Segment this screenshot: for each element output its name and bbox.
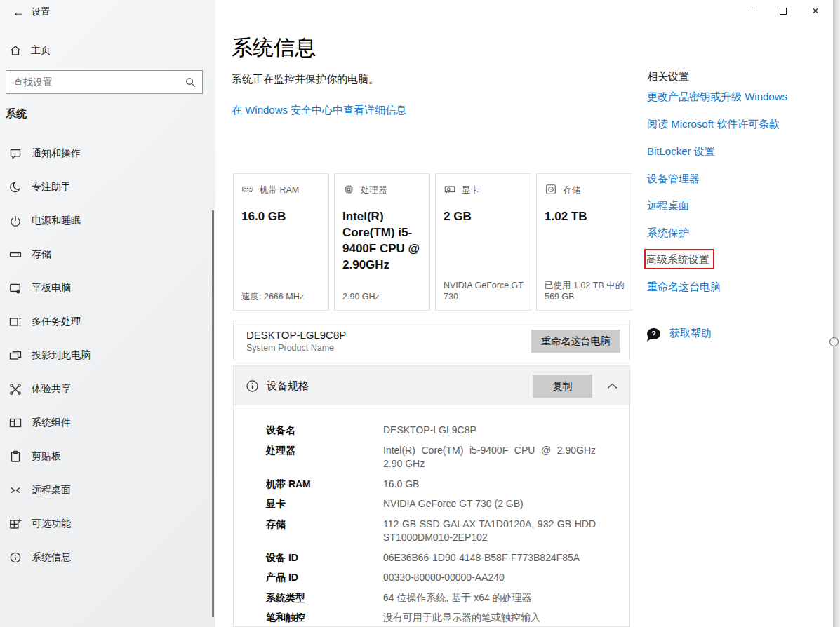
app-title: 设置 [32, 6, 50, 18]
maximize-button[interactable] [767, 0, 799, 22]
sidebar-item-about[interactable]: 系统信息 [0, 541, 213, 574]
card-value: 2 GB [444, 209, 523, 225]
window-controls: × [735, 0, 832, 22]
card-footer: NVIDIA GeForce GT 730 [444, 280, 525, 303]
get-help-link[interactable]: ? 获取帮助 [647, 327, 712, 340]
device-name: DESKTOP-LGL9C8P [246, 329, 346, 341]
info-circle-icon [245, 379, 260, 396]
sidebar-item-label: 主页 [31, 44, 51, 57]
card-gpu: 显卡 2 GB NVIDIA GeForce GT 730 [435, 173, 531, 311]
license-terms-link[interactable]: 阅读 Microsoft 软件许可条款 [647, 118, 780, 131]
sidebar-item-project[interactable]: 投影到此电脑 [0, 339, 213, 372]
device-manager-link[interactable]: 设备管理器 [647, 173, 700, 186]
disk-icon [545, 183, 557, 198]
advanced-system-settings-link[interactable]: 高级系统设置 [646, 253, 709, 267]
components-icon [8, 416, 22, 430]
spec-row: 存储112 GB SSD GALAX TA1D0120A, 932 GB HDD… [266, 518, 629, 545]
search-box[interactable] [6, 70, 203, 94]
tablet-icon [8, 281, 22, 295]
cpu-icon [342, 183, 355, 198]
spec-row: 笔和触控没有可用于此显示器的笔或触控输入 [266, 611, 629, 625]
card-footer: 速度: 2666 MHz [241, 291, 323, 302]
sidebar-nav: 通知和操作 专注助手 电源和睡眠 存储 平板电脑 [0, 137, 213, 574]
close-button[interactable]: × [799, 0, 832, 22]
spec-row: 机带 RAM16.0 GB [266, 478, 629, 492]
sidebar-item-optional-features[interactable]: 可选功能 [0, 507, 213, 541]
spec-row: 处理器Intel(R) Core(TM) i5-9400F CPU @ 2.90… [266, 444, 629, 471]
desktop-edge-strip [833, 0, 840, 627]
spec-row: 系统类型64 位操作系统, 基于 x64 的处理器 [266, 591, 629, 605]
remote-desktop-icon [8, 483, 22, 497]
minimize-icon [747, 11, 755, 11]
card-value: 16.0 GB [241, 209, 321, 225]
home-icon [8, 43, 22, 58]
main-content: × 系统信息 系统正在监控并保护你的电脑。 在 Windows 安全中心中查看详… [215, 0, 832, 627]
sidebar: ← 设置 主页 系统 通知和操作 [0, 0, 215, 627]
sidebar-item-notifications[interactable]: 通知和操作 [0, 137, 213, 170]
help-icon: ? [647, 328, 660, 339]
copy-button[interactable]: 复制 [533, 375, 592, 398]
security-center-link[interactable]: 在 Windows 安全中心中查看详细信息 [232, 104, 406, 117]
sidebar-item-shared-experiences[interactable]: 体验共享 [0, 372, 213, 406]
minimize-button[interactable] [735, 0, 767, 22]
device-spec-table: 设备名DESKTOP-LGL9C8P 处理器Intel(R) Core(TM) … [233, 405, 630, 627]
sidebar-item-clipboard[interactable]: 剪贴板 [0, 440, 213, 473]
card-ram: 机带 RAM 16.0 GB 速度: 2666 MHz [233, 173, 329, 311]
device-spec-expander[interactable]: 设备规格 复制 [233, 365, 630, 405]
sidebar-item-home[interactable]: 主页 [0, 39, 215, 62]
card-cpu: 处理器 Intel(R) Core(TM) i5-9400F CPU @ 2.9… [334, 173, 430, 311]
search-icon[interactable] [185, 76, 196, 88]
grid-plus-icon [8, 517, 22, 531]
page-subtitle: 系统正在监控并保护你的电脑。 [232, 73, 379, 86]
edge-circle-marker [829, 337, 839, 346]
sidebar-item-tablet[interactable]: 平板电脑 [0, 271, 213, 305]
sidebar-item-multitasking[interactable]: 多任务处理 [0, 305, 213, 339]
sidebar-scrollbar[interactable] [212, 210, 214, 617]
red-highlight-box: 高级系统设置 [644, 249, 714, 269]
device-product-name: System Product Name [246, 343, 334, 353]
maximize-icon [780, 8, 787, 15]
card-value: 1.02 TB [545, 209, 624, 225]
card-storage: 存储 1.02 TB 已使用 1.02 TB 中的 569 GB [536, 173, 632, 311]
page-title: 系统信息 [232, 34, 316, 62]
change-product-key-link[interactable]: 更改产品密钥或升级 Windows [647, 90, 787, 104]
share-nodes-icon [8, 382, 22, 396]
ram-icon [241, 183, 254, 198]
gpu-icon [444, 183, 456, 198]
spec-row: 设备 ID06E36B66-1D90-4148-B58F-F773B824F85… [266, 551, 629, 565]
drive-icon [8, 248, 22, 262]
device-spec-title: 设备规格 [267, 379, 309, 393]
sidebar-item-storage[interactable]: 存储 [0, 238, 213, 271]
close-icon: × [812, 6, 818, 17]
sidebar-section-title: 系统 [6, 107, 27, 121]
related-settings-title: 相关设置 [647, 70, 689, 83]
sidebar-item-power-sleep[interactable]: 电源和睡眠 [0, 204, 213, 238]
spec-row: 设备名DESKTOP-LGL9C8P [266, 424, 629, 438]
spec-row: 产品 ID00330-80000-00000-AA240 [266, 571, 629, 585]
rename-pc-button[interactable]: 重命名这台电脑 [531, 330, 620, 353]
notifications-icon [8, 147, 22, 161]
multitask-icon [8, 315, 22, 329]
info-icon [8, 551, 22, 565]
chevron-up-icon[interactable] [606, 380, 618, 393]
rename-pc-link[interactable]: 重命名这台电脑 [647, 281, 721, 294]
moon-icon [8, 180, 22, 194]
spec-cards: 机带 RAM 16.0 GB 速度: 2666 MHz 处理器 Intel(R)… [233, 173, 632, 311]
search-input[interactable] [6, 76, 185, 88]
card-value: Intel(R) Core(TM) i5-9400F CPU @ 2.90GHz [342, 209, 422, 274]
power-icon [8, 214, 22, 228]
spec-row: 显卡NVIDIA GeForce GT 730 (2 GB) [266, 497, 629, 511]
system-protection-link[interactable]: 系统保护 [647, 227, 689, 240]
sidebar-item-remote-desktop[interactable]: 远程桌面 [0, 473, 213, 507]
project-screen-icon [8, 349, 22, 363]
remote-desktop-link[interactable]: 远程桌面 [647, 199, 689, 213]
sidebar-item-system-components[interactable]: 系统组件 [0, 406, 213, 440]
clipboard-icon [8, 450, 22, 464]
card-footer: 已使用 1.02 TB 中的 569 GB [545, 280, 626, 303]
back-button[interactable]: ← [8, 3, 28, 21]
card-footer: 2.90 GHz [342, 291, 424, 302]
sidebar-item-focus-assist[interactable]: 专注助手 [0, 170, 213, 204]
settings-window: ← 设置 主页 系统 通知和操作 [0, 0, 840, 627]
bitlocker-link[interactable]: BitLocker 设置 [647, 145, 715, 159]
device-name-panel: DESKTOP-LGL9C8P System Product Name 重命名这… [233, 321, 630, 360]
